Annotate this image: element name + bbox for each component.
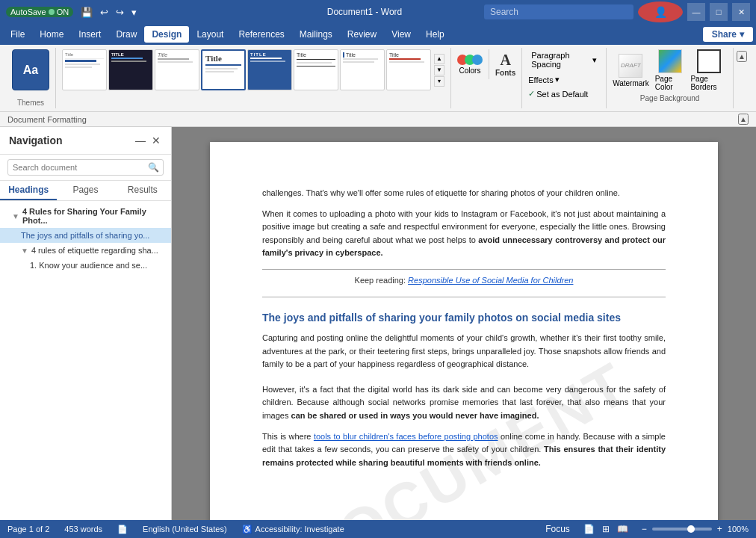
- maximize-button[interactable]: □: [710, 3, 728, 21]
- word-count: 453 words: [64, 525, 102, 534]
- zoom-in-button[interactable]: +: [715, 522, 725, 536]
- menu-draw[interactable]: Draw: [108, 26, 144, 43]
- menu-home[interactable]: Home: [32, 26, 71, 43]
- document-area: DOCUMENT challenges. That's why we'll of…: [172, 127, 756, 520]
- page-color-icon: [658, 49, 682, 73]
- menu-view[interactable]: View: [384, 26, 418, 43]
- menu-design[interactable]: Design: [144, 26, 189, 43]
- page-borders-button[interactable]: Page Borders: [690, 49, 727, 91]
- view-web-button[interactable]: ⊞: [600, 522, 612, 536]
- nav-close-button[interactable]: ✕: [150, 133, 162, 148]
- search-icon[interactable]: 🔍: [148, 162, 159, 173]
- zoom-thumb: [687, 525, 695, 533]
- paragraph-5: This is where tools to blur children's f…: [262, 430, 666, 470]
- close-button[interactable]: ✕: [732, 3, 750, 21]
- nav-item-1[interactable]: The joys and pitfalls of sharing yo...: [0, 228, 171, 243]
- fonts-button[interactable]: A Fonts: [495, 52, 515, 77]
- colors-circles: [457, 55, 483, 65]
- nav-content: ▼ 4 Rules for Sharing Your Family Phot..…: [0, 201, 171, 520]
- autosave-label: AutoSave: [10, 7, 46, 16]
- style-box-2[interactable]: Title: [155, 49, 199, 90]
- share-button[interactable]: Share ▾: [703, 27, 753, 42]
- page-background-row: DRAFT Watermark Page Color Page Borders: [613, 49, 727, 91]
- paragraph-2: When it comes to uploading a photo with …: [262, 208, 666, 260]
- style-box-7[interactable]: Title: [386, 49, 431, 90]
- ribbon-collapse: ▲: [734, 48, 750, 108]
- view-read-button[interactable]: 📖: [615, 522, 630, 536]
- nav-collapse-button[interactable]: —: [134, 133, 147, 148]
- more-button[interactable]: ▾: [128, 5, 140, 19]
- ribbon-group-page-background: DRAFT Watermark Page Color Page Borders …: [607, 48, 734, 108]
- zoom-controls: − + 100%: [639, 522, 749, 536]
- style-box-0[interactable]: Title: [62, 49, 107, 90]
- para-spacing-button[interactable]: Paragraph Spacing ▾: [528, 49, 600, 70]
- separator-1: [262, 269, 666, 270]
- bold-text-2: can be shared or used in ways you would …: [291, 411, 539, 420]
- keep-reading: Keep reading: Responsible Use of Social …: [262, 274, 666, 288]
- style-scroll-down[interactable]: ▼: [434, 65, 444, 75]
- doc-format-label: Document Formatting: [7, 115, 87, 124]
- tab-results[interactable]: Results: [114, 181, 171, 200]
- watermark-button[interactable]: DRAFT Watermark: [613, 54, 649, 87]
- colors-button[interactable]: Colors: [457, 55, 483, 75]
- menu-file[interactable]: File: [3, 26, 32, 43]
- page-color-button[interactable]: Page Color: [655, 49, 685, 91]
- autosave-dot: [49, 9, 55, 15]
- menu-help[interactable]: Help: [418, 26, 452, 43]
- blur-link[interactable]: tools to blur children's faces before po…: [314, 432, 498, 441]
- style-box-5[interactable]: Title: [294, 49, 338, 90]
- nav-search-area: 🔍: [0, 155, 171, 181]
- nav-item-text-3: 1. Know your audience and se...: [30, 261, 147, 270]
- focus-button[interactable]: Focus: [543, 522, 572, 536]
- paragraph-1: challenges. That's why we'll offer some …: [262, 187, 666, 200]
- fonts-label: Fonts: [495, 69, 515, 77]
- menu-review[interactable]: Review: [340, 26, 384, 43]
- menu-references[interactable]: References: [231, 26, 291, 43]
- navigation-panel: Navigation — ✕ 🔍 Headings Pages Results …: [0, 127, 172, 520]
- tab-headings[interactable]: Headings: [0, 181, 57, 200]
- nav-tabs: Headings Pages Results: [0, 181, 171, 201]
- style-box-1[interactable]: TITLE: [108, 49, 153, 90]
- colors-fonts-row: Colors A Fonts: [457, 49, 515, 79]
- accessibility-button[interactable]: ♿ Accessibility: Investigate: [242, 525, 344, 534]
- menu-bar: File Home Insert Draw Design Layout Refe…: [0, 24, 756, 45]
- effects-label: Effects: [528, 75, 553, 84]
- style-box-6[interactable]: Title: [340, 49, 385, 90]
- zoom-track[interactable]: [652, 528, 712, 531]
- minimize-button[interactable]: —: [687, 3, 705, 21]
- status-bar: Page 1 of 2 453 words 📄 English (United …: [0, 520, 756, 538]
- avatar[interactable]: 👤: [638, 1, 683, 22]
- nav-header: Navigation — ✕: [0, 127, 171, 155]
- ribbon-group-paragraph: Paragraph Spacing ▾ Effects ▾ ✓ Set as D…: [522, 48, 607, 108]
- set-default-button[interactable]: ✓ Set as Default: [528, 89, 588, 99]
- themes-button[interactable]: Aa: [12, 49, 49, 90]
- global-search-input[interactable]: [484, 4, 633, 19]
- redo-button[interactable]: ↪: [113, 5, 127, 19]
- style-scroll-up[interactable]: ▲: [434, 54, 444, 64]
- collapse-format-button[interactable]: ▲: [738, 114, 749, 125]
- nav-item-0[interactable]: ▼ 4 Rules for Sharing Your Family Phot..…: [0, 204, 171, 228]
- style-box-4[interactable]: TITLE: [247, 49, 292, 90]
- collapse-ribbon-button[interactable]: ▲: [737, 51, 747, 62]
- tab-pages[interactable]: Pages: [57, 181, 114, 200]
- nav-search-input[interactable]: [7, 159, 164, 176]
- paragraph-3: Capturing and posting online the delight…: [262, 332, 666, 371]
- undo-button[interactable]: ↩: [97, 5, 111, 19]
- style-dropdown[interactable]: ▾: [434, 76, 444, 87]
- paragraph-4: However, it's a fact that the digital wo…: [262, 383, 666, 423]
- menu-insert[interactable]: Insert: [71, 26, 108, 43]
- language[interactable]: English (United States): [143, 525, 227, 534]
- keep-reading-link[interactable]: Responsible Use of Social Media for Chil…: [408, 276, 573, 285]
- effects-button[interactable]: Effects ▾: [528, 75, 559, 84]
- view-print-button[interactable]: 📄: [581, 522, 597, 536]
- doc-format-bar: Document Formatting ▲: [0, 112, 756, 127]
- menu-layout[interactable]: Layout: [189, 26, 231, 43]
- nav-item-2[interactable]: ▼ 4 rules of etiquette regarding sha...: [0, 243, 171, 258]
- colors-label: Colors: [459, 67, 481, 75]
- zoom-out-button[interactable]: −: [639, 522, 649, 536]
- menu-mailings[interactable]: Mailings: [292, 26, 340, 43]
- style-box-3[interactable]: Title: [201, 49, 246, 90]
- autosave-toggle[interactable]: AutoSave ON: [6, 7, 73, 17]
- save-button[interactable]: 💾: [78, 5, 96, 19]
- nav-item-3[interactable]: 1. Know your audience and se...: [0, 258, 171, 273]
